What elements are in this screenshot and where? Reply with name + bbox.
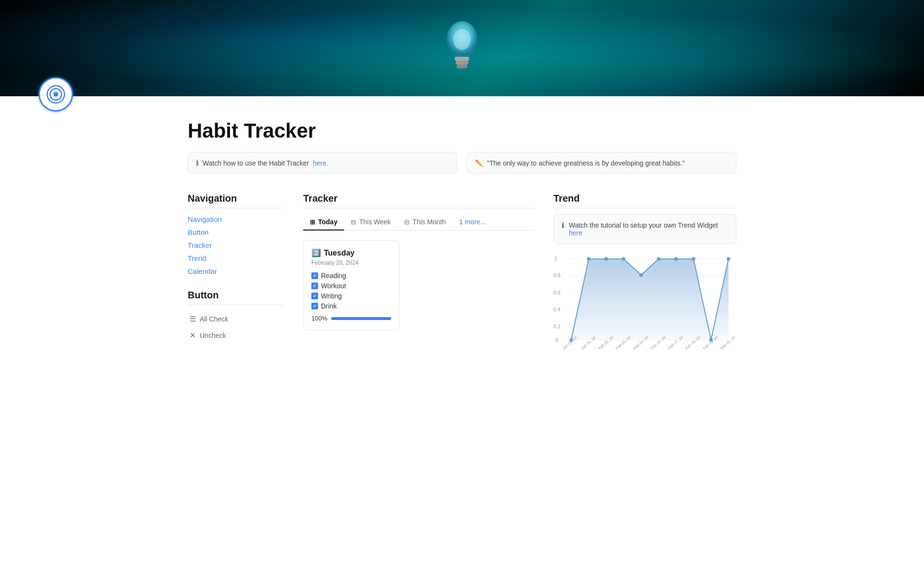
hero-image [440,14,484,82]
tutorial-link[interactable]: here. [313,159,328,167]
info-icon: ℹ [196,158,199,167]
habit-reading: Reading [311,272,391,280]
tab-this-week-label: This Week [359,218,391,226]
info-row: ℹ Watch how to use the Habit Tracker her… [188,152,736,174]
habit-check-reading [311,272,318,279]
page-title: Habit Tracker [188,119,736,142]
svg-text:0.6: 0.6 [553,289,561,295]
tracker-heading: Tracker [303,193,534,208]
nav-link-button[interactable]: Button [188,227,284,237]
page-icon [38,77,73,112]
tab-today-icon: ⊞ [310,218,315,226]
habit-reading-label: Reading [321,272,346,280]
main-layout: Navigation Navigation Button Tracker Tre… [188,193,736,359]
tutorial-text: Watch how to use the Habit Tracker [203,159,309,167]
chart-dot-2 [604,257,608,261]
info-box-tutorial: ℹ Watch how to use the Habit Tracker her… [188,152,457,174]
svg-rect-1 [455,57,469,61]
chart-fill-polygon [571,259,729,340]
habit-drink-label: Drink [321,302,337,310]
svg-text:Jan 28, 24: Jan 28, 24 [562,335,578,351]
tab-more[interactable]: 1 more... [452,214,492,231]
navigation-section: Navigation Navigation Button Tracker Tre… [188,193,284,276]
tab-this-month[interactable]: ⊟ This Month [398,214,452,231]
habit-writing-label: Writing [321,292,342,300]
tab-more-label: 1 more... [459,218,486,226]
tab-today-label: Today [318,218,337,226]
svg-text:0: 0 [555,336,558,342]
tab-this-week[interactable]: ⊟ This Week [344,214,398,231]
today-card: 2️⃣ Tuesday February 20, 2024 Reading Wo… [303,240,399,330]
svg-text:0.4: 0.4 [553,307,561,312]
nav-link-navigation[interactable]: Navigation [188,214,284,224]
trend-chart: 1 0.8 0.6 0.4 0.2 0 [553,254,736,359]
chart-dot-6 [674,257,678,261]
habit-drink: Drink [311,302,391,310]
nav-link-tracker[interactable]: Tracker [188,240,284,250]
habit-workout-label: Workout [321,282,346,290]
all-check-label: All Check [200,315,228,323]
trend-info-box: ℹ Watch the tutorial to setup your own T… [553,214,736,244]
page-icon-area [38,77,924,112]
progress-percent: 100% [311,315,327,322]
quote-icon: ✏️ [475,159,483,167]
chart-dot-3 [622,257,625,261]
trend-tutorial-text: Watch the tutorial to setup your own Tre… [569,221,728,237]
page-content: Habit Tracker ℹ Watch how to use the Hab… [149,119,775,379]
day-number-icon: 2️⃣ [311,248,321,257]
nav-link-trend[interactable]: Trend [188,253,284,263]
habit-check-writing [311,293,318,299]
svg-rect-3 [457,64,467,68]
uncheck-button[interactable]: ✕ Uncheck [188,327,284,344]
progress-row: 100% [311,315,391,322]
svg-point-4 [453,29,471,50]
navigation-heading: Navigation [188,193,284,208]
chart-dot-4 [639,273,642,277]
all-check-button[interactable]: ☰ All Check [188,311,284,327]
chart-dot-9 [727,257,730,261]
left-column: Navigation Navigation Button Tracker Tre… [188,193,284,359]
progress-bar-fill [331,317,391,320]
tracker-section: Tracker ⊞ Today ⊟ This Week ⊟ This Month… [303,193,534,359]
uncheck-icon: ✕ [190,331,196,340]
day-name: Tuesday [324,249,355,257]
svg-text:1: 1 [554,256,557,261]
chart-dot-1 [587,257,590,261]
all-check-icon: ☰ [190,315,196,323]
chart-dot-5 [657,257,660,261]
nav-links: Navigation Button Tracker Trend Calendar [188,214,284,276]
button-section-heading: Button [188,290,284,305]
svg-text:0.2: 0.2 [553,323,561,329]
today-card-header: 2️⃣ Tuesday [311,248,391,257]
button-section: Button ☰ All Check ✕ Uncheck [188,290,284,344]
chart-dot-7 [692,257,695,261]
svg-text:0.8: 0.8 [553,272,561,278]
uncheck-label: Uncheck [200,332,226,339]
tab-today[interactable]: ⊞ Today [303,214,344,231]
progress-bar-bg [331,317,391,320]
quote-text: "The only way to achieve greatness is by… [487,159,685,167]
tracker-tabs: ⊞ Today ⊟ This Week ⊟ This Month 1 more.… [303,214,534,231]
today-date: February 20, 2024 [311,259,391,266]
tab-month-icon: ⊟ [404,218,410,226]
habit-workout: Workout [311,282,391,290]
trend-section: Trend ℹ Watch the tutorial to setup your… [553,193,736,359]
trend-heading: Trend [553,193,736,208]
habit-writing: Writing [311,292,391,300]
trend-info-icon: ℹ [562,221,564,229]
info-box-quote: ✏️ "The only way to achieve greatness is… [467,152,736,174]
tab-this-month-label: This Month [412,218,446,226]
trend-tutorial-link[interactable]: here [569,229,582,237]
habit-check-workout [311,282,318,289]
svg-point-7 [53,92,58,97]
tab-week-icon: ⊟ [351,218,356,226]
nav-link-calendar[interactable]: Calendar [188,266,284,276]
habit-check-drink [311,303,318,309]
svg-rect-2 [456,61,468,64]
